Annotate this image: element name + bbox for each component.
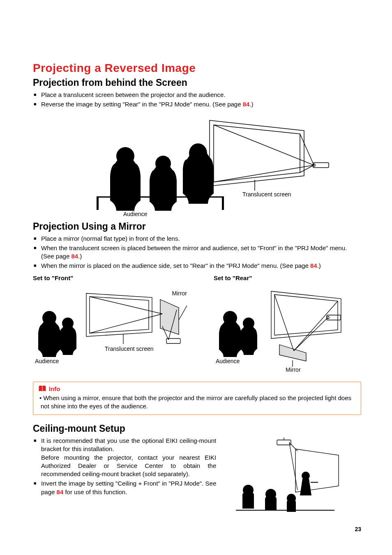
info-box: Info • When using a mirror, ensure that … — [33, 382, 361, 415]
page-reference: 84 — [71, 253, 78, 260]
rear-mode-label: Set to "Rear" — [214, 274, 362, 281]
svg-rect-14 — [222, 198, 224, 210]
svg-rect-44 — [277, 440, 291, 445]
svg-text:Audience: Audience — [35, 358, 59, 364]
ceiling-row: It is recommended that you use the optio… — [33, 437, 361, 520]
svg-point-11 — [189, 143, 207, 163]
svg-line-22 — [90, 297, 162, 314]
svg-marker-0 — [210, 120, 304, 186]
list-item: When the translucent screen is placed be… — [33, 244, 361, 261]
page-reference: 84 — [310, 262, 317, 269]
svg-line-37 — [294, 301, 338, 351]
rear-mode-column: Set to "Rear" — [214, 274, 362, 375]
list-item: Place a translucent screen between the p… — [33, 91, 361, 99]
svg-text:Audience: Audience — [216, 358, 240, 364]
list-item: Reverse the image by setting "Rear" in t… — [33, 100, 361, 108]
svg-rect-54 — [236, 510, 334, 511]
section1-heading: Projection from behind the Screen — [33, 77, 361, 88]
svg-line-23 — [90, 314, 162, 333]
page-number: 23 — [355, 526, 361, 532]
svg-text:Mirror: Mirror — [172, 290, 187, 297]
svg-marker-16 — [90, 297, 149, 333]
svg-text:Translucent screen: Translucent screen — [105, 345, 154, 352]
list-item: Invert the image by setting "Ceiling + F… — [33, 479, 216, 496]
section2-bullets: Place a mirror (normal flat type) in fro… — [33, 235, 361, 270]
front-mode-column: Set to "Front" — [33, 274, 197, 375]
ceiling-figure — [224, 437, 361, 520]
book-icon — [38, 385, 46, 392]
ceiling-text: It is recommended that you use the optio… — [33, 437, 216, 520]
svg-line-4 — [214, 125, 314, 165]
svg-line-18 — [179, 306, 187, 320]
page-reference: 84 — [243, 101, 250, 108]
figure-mirror-rear: Audience Mirror — [214, 283, 362, 373]
figure-label-screen: Translucent screen — [242, 191, 291, 198]
svg-marker-17 — [160, 299, 179, 334]
info-text: • When using a mirror, ensure that both … — [38, 394, 356, 411]
svg-line-5 — [214, 165, 314, 182]
figure-rear-projection: Audience Translucent screen — [33, 110, 361, 219]
svg-rect-12 — [97, 196, 224, 198]
figure-mirror-front: Mirror Audience Translucent screen — [33, 283, 197, 365]
svg-point-10 — [155, 156, 171, 171]
mirror-figures-row: Set to "Front" — [33, 274, 361, 375]
section1-bullets: Place a translucent screen between the p… — [33, 91, 361, 109]
page-reference: 84 — [57, 488, 64, 495]
svg-rect-50 — [311, 482, 318, 483]
list-item: When the mirror is placed on the audienc… — [33, 262, 361, 270]
svg-rect-32 — [327, 315, 341, 320]
front-mode-label: Set to "Front" — [33, 274, 197, 281]
main-heading: Projecting a Reversed Image — [33, 62, 361, 75]
document-page: Projecting a Reversed Image Projection f… — [0, 0, 392, 555]
list-item: Place a mirror (normal flat type) in fro… — [33, 235, 361, 243]
svg-text:Mirror: Mirror — [286, 366, 301, 373]
svg-line-36 — [274, 295, 294, 351]
svg-marker-1 — [214, 125, 300, 182]
section2-heading: Projection Using a Mirror — [33, 221, 361, 232]
list-item: It is recommended that you use the optio… — [33, 437, 216, 478]
svg-rect-13 — [97, 198, 99, 210]
svg-point-9 — [116, 147, 134, 165]
section3-bullets: It is recommended that you use the optio… — [33, 437, 216, 496]
section3-heading: Ceiling-mount Setup — [33, 423, 361, 434]
info-header: Info — [38, 385, 356, 392]
figure-label-audience: Audience — [123, 211, 148, 217]
info-label: Info — [49, 385, 60, 392]
